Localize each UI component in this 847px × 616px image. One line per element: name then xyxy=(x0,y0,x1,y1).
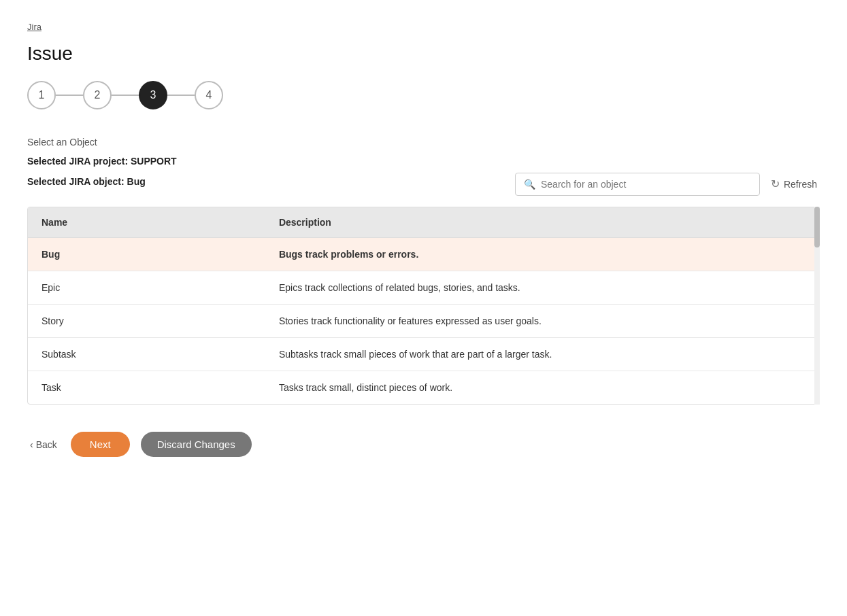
selected-project: Selected JIRA project: SUPPORT xyxy=(27,156,820,167)
search-icon: 🔍 xyxy=(524,179,535,190)
scrollbar-track[interactable] xyxy=(814,207,820,405)
cell-description: Tasks track small, distinct pieces of wo… xyxy=(265,371,819,405)
refresh-label: Refresh xyxy=(784,179,817,190)
cell-name: Subtask xyxy=(28,338,265,371)
cell-description: Bugs track problems or errors. xyxy=(265,238,819,271)
stepper: 1 2 3 4 xyxy=(27,81,820,109)
table-row[interactable]: EpicEpics track collections of related b… xyxy=(28,271,819,305)
column-name: Name xyxy=(28,207,265,238)
step-4[interactable]: 4 xyxy=(195,81,223,109)
step-connector-2 xyxy=(112,95,139,96)
page-container: Jira Issue 1 2 3 4 Select an Object Sele… xyxy=(0,0,847,616)
search-wrapper: 🔍 ↻ Refresh xyxy=(515,172,820,196)
table-wrapper: Name Description BugBugs track problems … xyxy=(27,207,820,405)
table-row[interactable]: StoryStories track functionality or feat… xyxy=(28,305,819,338)
step-1[interactable]: 1 xyxy=(27,81,56,109)
next-button[interactable]: Next xyxy=(71,432,130,457)
cell-description: Subtasks track small pieces of work that… xyxy=(265,338,819,371)
step-3[interactable]: 3 xyxy=(139,81,167,109)
discard-button[interactable]: Discard Changes xyxy=(141,432,252,457)
cell-name: Bug xyxy=(28,238,265,271)
cell-description: Stories track functionality or features … xyxy=(265,305,819,338)
back-chevron: ‹ xyxy=(30,439,33,450)
table-row[interactable]: BugBugs track problems or errors. xyxy=(28,238,819,271)
top-section: Select an Object Selected JIRA project: … xyxy=(27,137,820,196)
selected-object: Selected JIRA object: Bug xyxy=(27,176,146,187)
objects-table: Name Description BugBugs track problems … xyxy=(28,207,819,404)
table-row[interactable]: TaskTasks track small, distinct pieces o… xyxy=(28,371,819,405)
breadcrumb[interactable]: Jira xyxy=(27,22,820,32)
table-header-row: Name Description xyxy=(28,207,819,238)
search-box[interactable]: 🔍 xyxy=(515,173,760,196)
search-input[interactable] xyxy=(541,179,751,190)
cell-name: Epic xyxy=(28,271,265,305)
column-description: Description xyxy=(265,207,819,238)
section-label: Select an Object xyxy=(27,137,820,148)
cell-name: Task xyxy=(28,371,265,405)
refresh-icon: ↻ xyxy=(771,177,780,190)
scrollbar-thumb[interactable] xyxy=(814,207,820,247)
table-container: Name Description BugBugs track problems … xyxy=(27,207,820,405)
footer-actions: ‹ Back Next Discard Changes xyxy=(27,426,820,457)
step-connector-3 xyxy=(167,95,195,96)
toolbar: Selected JIRA object: Bug 🔍 ↻ Refresh xyxy=(27,172,820,196)
refresh-button[interactable]: ↻ Refresh xyxy=(768,172,820,196)
back-label: Back xyxy=(36,439,57,450)
cell-name: Story xyxy=(28,305,265,338)
back-button[interactable]: ‹ Back xyxy=(27,432,60,457)
step-connector-1 xyxy=(56,95,83,96)
cell-description: Epics track collections of related bugs,… xyxy=(265,271,819,305)
page-title: Issue xyxy=(27,43,820,65)
table-row[interactable]: SubtaskSubtasks track small pieces of wo… xyxy=(28,338,819,371)
step-2[interactable]: 2 xyxy=(83,81,112,109)
